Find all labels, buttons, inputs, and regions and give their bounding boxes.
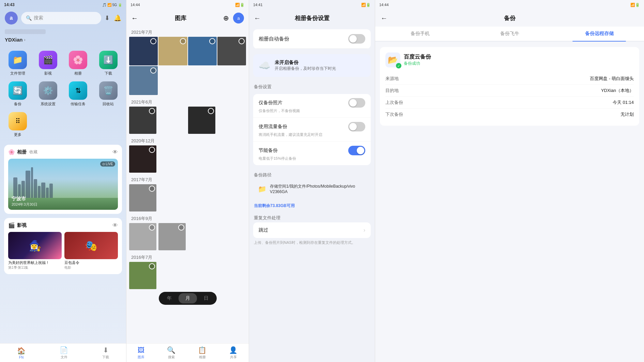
panel4-back-icon[interactable]: ← [381, 14, 387, 22]
backup-detail-source-label: 来源地 [385, 76, 399, 82]
thumb-5-0[interactable] [129, 262, 156, 289]
thumb-3-0[interactable] [129, 184, 156, 211]
search-input-box[interactable]: 🔍 搜索 [21, 12, 101, 24]
gallery-nav-album[interactable]: 🖼 图库 [138, 346, 144, 360]
app-item-settings[interactable]: ⚙️ 系统设置 [33, 79, 63, 109]
dl-label: 下载 [102, 355, 109, 360]
backup-detail-source-value: 百度网盘 - 萌白面馒头 [590, 76, 634, 82]
video-item-1[interactable]: 🎭 豆包县令 电影 [64, 232, 118, 270]
thumb-4-1[interactable] [158, 223, 186, 250]
photo-only-row: 仅备份照片 仅备份照片，不备份视频 [253, 94, 371, 118]
video-thumb-0: 🧙‍♀️ [8, 232, 62, 259]
app-item-more[interactable]: ⠿ 更多 [3, 109, 33, 140]
gallery-grid-5 [129, 262, 246, 289]
avatar[interactable]: a [5, 12, 18, 25]
thumb-0-2[interactable] [188, 37, 217, 65]
gallery-grid-4 [129, 223, 246, 250]
thumb-1-0[interactable] [129, 107, 156, 134]
bottom-nav-fn[interactable]: 🏠 FN [17, 347, 26, 359]
energy-saving-row: 节能备份 电量低于15%停止备份 [253, 142, 371, 165]
gallery-bottom-nav: 🖼 图库 🔍 搜索 📋 相册 👤 共享 [126, 343, 249, 362]
video-card-title: 影视 [17, 222, 27, 229]
fn-label: FN [19, 356, 24, 359]
gallery-nav-share[interactable]: 👤 共享 [229, 346, 237, 360]
backup-settings-label: 备份设置 [249, 80, 375, 91]
gallery-add-icon[interactable]: ⊕ [223, 14, 229, 22]
thumb-0-4[interactable] [129, 66, 158, 95]
thumb-0-3[interactable] [217, 37, 246, 65]
tab-backup-remote[interactable]: 备份远程存储 [554, 27, 644, 41]
thumb-4-0[interactable] [129, 223, 156, 250]
cellular-toggle[interactable] [348, 122, 365, 131]
download-icon[interactable]: ⬇ [105, 14, 110, 22]
app-item-album[interactable]: 🌸 相册 [63, 48, 93, 79]
gallery-grid-3 [129, 184, 246, 211]
app-item-backup[interactable]: 🔄 备份 [3, 79, 33, 109]
tab-backup-phone[interactable]: 备份手机 [375, 27, 465, 41]
backup-detail-next: 下次备份 无计划 [385, 109, 634, 120]
app-item-file-manager[interactable]: 📁 文件管理 [3, 48, 33, 79]
photo-date: 2024年3月30日 [12, 202, 37, 207]
username-label-row[interactable]: YDXian › [0, 37, 126, 45]
app-icon-file-manager: 📁 [9, 51, 27, 69]
energy-saving-toggle[interactable] [348, 146, 365, 155]
app-label-recycle: 回收站 [103, 101, 114, 107]
duplicate-row[interactable]: 跳过 › [253, 222, 371, 238]
app-item-download[interactable]: ⬇️ 下载 [93, 48, 124, 79]
app-item-video[interactable]: 🎬 影视 [33, 48, 63, 79]
app-item-recycle[interactable]: 🗑️ 回收站 [93, 79, 124, 109]
panel4-title: 备份 [391, 14, 628, 22]
photo-only-main: 仅备份照片 [259, 98, 365, 108]
thumb-select [149, 147, 155, 153]
app-item-transfer[interactable]: ⇅ 传输任务 [63, 79, 93, 109]
gallery-tab-year[interactable]: 年 [160, 293, 179, 303]
duplicate-hint: 上传、备份照片到NAS时，检测到存在重复文件的处理方式。 [249, 238, 375, 249]
backup-path-text: 存储空间1/我的文件/Photos/MobileBackup/vivo V236… [270, 184, 366, 194]
settings-back-icon[interactable]: ← [254, 14, 261, 22]
app-label-more: 更多 [14, 132, 21, 137]
gallery-grid-1 [129, 107, 246, 134]
gallery-back-icon[interactable]: ← [131, 14, 138, 22]
gallery-avatar[interactable]: a [233, 13, 244, 23]
gallery-nav-album-icon: 🖼 [138, 346, 144, 354]
gallery-tabs-container: 年 月 日 [159, 292, 217, 305]
app-icon-recycle: 🗑️ [99, 81, 118, 100]
tab-backup-feiniu[interactable]: 备份飞牛 [465, 27, 554, 41]
thumb-0-0[interactable] [129, 37, 158, 65]
backup-detail-last: 上次备份 今天 01:14 [385, 97, 634, 109]
app-grid: 📁 文件管理 🎬 影视 🌸 相册 ⬇️ 下载 🔄 备份 ⚙️ 系统设置 ⇅ 传输… [0, 45, 126, 143]
video-eye-icon[interactable]: 👁 [112, 222, 118, 229]
gallery-nav-photos[interactable]: 📋 相册 [198, 346, 206, 360]
thumb-0-1[interactable] [158, 37, 187, 65]
video-card: 🎬 影视 👁 🧙‍♀️ 为美好的世界献上祝福！ 第1季·第11集 🎭 豆包县令 … [4, 218, 122, 274]
video-sub-1: 电影 [64, 265, 118, 270]
thumb-1-1[interactable] [188, 107, 215, 134]
backup-settings-section: 仅备份照片 仅备份照片，不备份视频 使用流量备份 将消耗手机流量，建议流量充足时… [253, 94, 371, 165]
bottom-nav-dl[interactable]: ⬇ 下载 [102, 346, 109, 360]
backup-detail-dest: 目的地 YDXian（本地） [385, 85, 634, 97]
album-card-subtitle: 收藏 [29, 149, 37, 155]
notification-icon[interactable]: 🔔 [114, 14, 121, 22]
backup-path-label: 备份路径 [249, 168, 375, 179]
backup-detail-last-label: 上次备份 [385, 99, 403, 106]
backup-path-box[interactable]: 📁 存储空间1/我的文件/Photos/MobileBackup/vivo V2… [253, 179, 371, 198]
gallery-tab-month[interactable]: 月 [179, 293, 197, 303]
auto-backup-section: 相册自动备份 [253, 29, 371, 49]
gallery-tab-day[interactable]: 日 [197, 293, 215, 303]
auto-backup-toggle[interactable] [348, 34, 365, 44]
video-card-icon: 🎬 [8, 222, 15, 229]
bottom-nav-1: 🏠 FN 📄 文件 ⬇ 下载 [0, 343, 126, 362]
thumb-2-0[interactable] [129, 145, 156, 173]
video-item-0[interactable]: 🧙‍♀️ 为美好的世界献上祝福！ 第1季·第11集 [8, 232, 62, 270]
photo-overlay: 宁波市 2024年3月30日 [12, 196, 37, 207]
username-row [0, 28, 126, 37]
app-label-backup: 备份 [14, 101, 21, 107]
bottom-nav-files[interactable]: 📄 文件 [60, 346, 68, 360]
cellular-main: 使用流量备份 [259, 122, 365, 131]
backup-item-baidu: 📂 ✓ 百度云备份 备份成功 来源地 百度网盘 - 萌白面馒头 目的地 YDXi… [380, 47, 639, 126]
photo-only-toggle[interactable] [348, 98, 365, 108]
eye-icon[interactable]: 👁 [112, 149, 118, 155]
backup-item-icon: 📂 ✓ [385, 52, 400, 67]
photo-card[interactable]: ⊙ LIVE 宁波市 2024年3月30日 [8, 159, 118, 210]
gallery-nav-search[interactable]: 🔍 搜索 [167, 346, 175, 360]
